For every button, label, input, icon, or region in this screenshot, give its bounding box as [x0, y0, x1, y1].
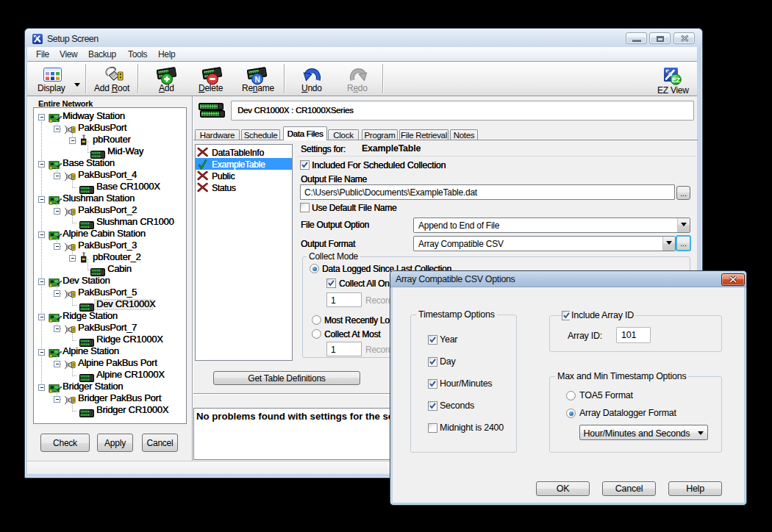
svg-text:EZ: EZ [672, 76, 681, 84]
